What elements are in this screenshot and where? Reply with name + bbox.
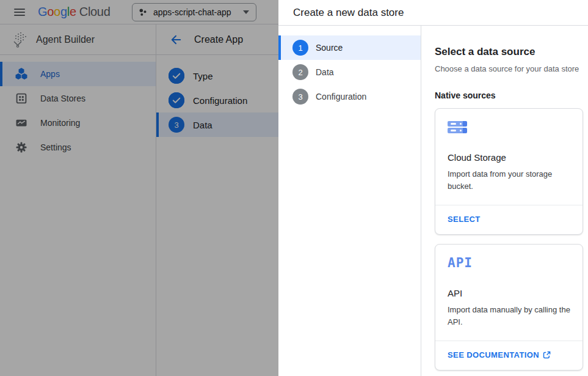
select-button[interactable]: SELECT bbox=[448, 215, 481, 224]
dialog-step-data[interactable]: 2 Data bbox=[278, 60, 421, 84]
card-action-row: SEE DOCUMENTATION bbox=[435, 341, 583, 370]
card-action-row: SELECT bbox=[435, 205, 583, 234]
dialog-steps: 1 Source 2 Data 3 Configuration bbox=[278, 26, 421, 376]
card-title: Cloud Storage bbox=[448, 152, 570, 163]
card-body: API API Import data manually by calling … bbox=[435, 245, 583, 328]
card-title: API bbox=[448, 288, 570, 298]
card-body: Cloud Storage Import data from your stor… bbox=[435, 109, 583, 193]
see-documentation-label: SEE DOCUMENTATION bbox=[448, 350, 539, 359]
card-description: Import data manually by calling the API. bbox=[448, 304, 573, 328]
step-number: 3 bbox=[292, 89, 308, 105]
modal-scrim[interactable] bbox=[0, 0, 278, 376]
content-heading: Select a data source bbox=[435, 46, 583, 58]
active-indicator bbox=[278, 35, 281, 60]
step-number: 1 bbox=[292, 40, 308, 56]
background-page: Google Cloud apps-script-chat-app bbox=[0, 0, 278, 376]
dialog-content: Select a data source Choose a data sourc… bbox=[421, 26, 588, 376]
card-api: API API Import data manually by calling … bbox=[435, 244, 583, 370]
see-documentation-link[interactable]: SEE DOCUMENTATION bbox=[448, 350, 551, 359]
card-cloud-storage: Cloud Storage Import data from your stor… bbox=[435, 108, 583, 235]
select-button-label: SELECT bbox=[448, 215, 481, 224]
card-description: Import data from your storage bucket. bbox=[448, 168, 573, 193]
step-label: Configuration bbox=[316, 92, 366, 101]
api-icon: API bbox=[448, 256, 473, 270]
section-title-native-sources: Native sources bbox=[435, 90, 583, 100]
dialog-step-source[interactable]: 1 Source bbox=[278, 35, 421, 60]
cloud-storage-icon bbox=[448, 121, 467, 133]
content-subheading: Choose a data source for your data store bbox=[435, 64, 583, 73]
dialog-header: Create a new data store bbox=[278, 0, 588, 26]
dialog-step-configuration[interactable]: 3 Configuration bbox=[278, 84, 421, 109]
step-number: 2 bbox=[292, 64, 308, 80]
external-link-icon bbox=[543, 351, 551, 359]
step-label: Data bbox=[316, 67, 334, 77]
step-label: Source bbox=[316, 43, 343, 53]
create-data-store-dialog: Create a new data store 1 Source 2 Data … bbox=[278, 0, 588, 376]
dialog-title: Create a new data store bbox=[293, 7, 404, 19]
